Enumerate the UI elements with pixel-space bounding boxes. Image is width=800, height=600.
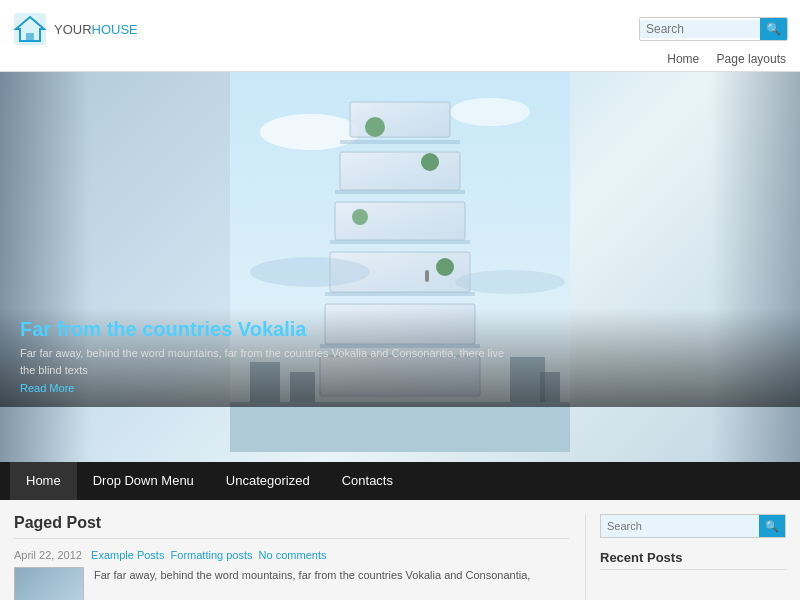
sidebar-search-input[interactable] — [601, 514, 759, 538]
svg-rect-7 — [340, 152, 460, 190]
post-link-example[interactable]: Example Posts — [91, 549, 164, 561]
search-button[interactable]: 🔍 — [760, 17, 787, 41]
svg-rect-22 — [230, 402, 570, 452]
svg-point-27 — [250, 257, 370, 287]
svg-rect-6 — [350, 102, 450, 137]
svg-rect-21 — [425, 270, 429, 282]
nav-dropdown[interactable]: Drop Down Menu — [77, 462, 210, 500]
search-input[interactable] — [640, 20, 760, 38]
hero-description: Far far away, behind the word mountains,… — [20, 345, 520, 378]
sidebar-search-button[interactable]: 🔍 — [759, 514, 785, 538]
nav-contacts[interactable]: Contacts — [326, 462, 409, 500]
hero-title: Far from the countries Vokalia — [20, 318, 780, 341]
post-thumbnail — [14, 567, 84, 600]
logo: YOURHOUSE — [12, 11, 138, 47]
top-nav-page-layouts[interactable]: Page layouts — [717, 52, 786, 66]
logo-text: YOURHOUSE — [54, 22, 138, 37]
content-area: Paged Post April 22, 2012 Example Posts … — [0, 500, 800, 600]
sidebar-search[interactable]: 🔍 — [600, 514, 786, 538]
svg-point-28 — [455, 270, 565, 294]
svg-rect-13 — [335, 190, 465, 194]
svg-point-4 — [260, 114, 360, 150]
svg-rect-14 — [330, 240, 470, 244]
recent-posts-title: Recent Posts — [600, 550, 786, 570]
svg-point-19 — [352, 209, 368, 225]
svg-point-20 — [436, 258, 454, 276]
post-excerpt: Far far away, behind the word mountains,… — [14, 567, 569, 584]
main-navigation: Home Drop Down Menu Uncategorized Contac… — [0, 462, 800, 500]
svg-rect-2 — [26, 33, 34, 41]
main-content: Paged Post April 22, 2012 Example Posts … — [14, 514, 586, 600]
hero-overlay: Far from the countries Vokalia Far far a… — [0, 308, 800, 407]
post-date: April 22, 2012 — [14, 549, 82, 561]
post-meta: April 22, 2012 Example Posts Formatting … — [14, 549, 569, 561]
svg-point-17 — [365, 117, 385, 137]
paged-post-title: Paged Post — [14, 514, 569, 539]
nav-home[interactable]: Home — [10, 462, 77, 500]
top-nav: Home Page layouts — [0, 50, 800, 72]
svg-rect-12 — [340, 140, 460, 144]
post-link-formatting[interactable]: Formatting posts — [171, 549, 253, 561]
svg-point-5 — [450, 98, 530, 126]
logo-icon — [12, 11, 48, 47]
hero-section: Far from the countries Vokalia Far far a… — [0, 72, 800, 462]
header: YOURHOUSE 🔍 — [0, 0, 800, 50]
svg-rect-15 — [325, 292, 475, 296]
post-link-comments[interactable]: No comments — [259, 549, 327, 561]
header-search[interactable]: 🔍 — [639, 17, 788, 41]
top-nav-home[interactable]: Home — [667, 52, 699, 66]
hero-read-more-link[interactable]: Read More — [20, 382, 74, 394]
nav-uncategorized[interactable]: Uncategorized — [210, 462, 326, 500]
sidebar: 🔍 Recent Posts — [586, 514, 786, 600]
svg-point-18 — [421, 153, 439, 171]
